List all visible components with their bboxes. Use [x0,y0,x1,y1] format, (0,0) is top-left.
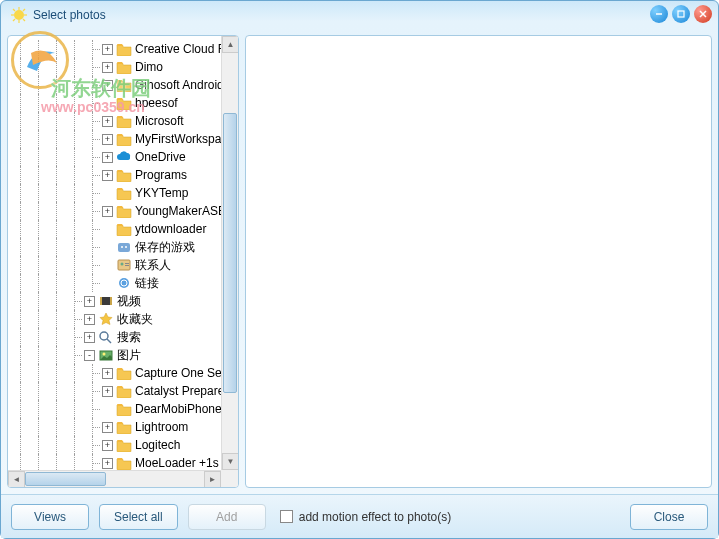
tree-item[interactable]: +Lightroom [12,418,238,436]
folder-icon [116,168,132,182]
tree-item[interactable]: +Dimo [12,58,238,76]
tree-item[interactable]: +OneDrive [12,148,238,166]
tree-item[interactable]: -图片 [12,346,238,364]
tree-item[interactable]: +Capture One Se [12,364,238,382]
pictures-icon [98,348,114,362]
folder-icon [116,78,132,92]
tree-item-label: Capture One Se [135,364,222,382]
onedrive-icon [116,150,132,164]
expand-icon[interactable]: + [102,206,113,217]
app-icon [11,7,27,23]
scroll-up-button[interactable]: ▲ [222,36,238,53]
tree-scroll-area[interactable]: +Creative Cloud Files+Dimo+Gihosoft Andr… [8,36,238,487]
scroll-left-button[interactable]: ◄ [8,471,25,488]
tree-item-label: Lightroom [135,418,188,436]
svg-rect-10 [678,11,684,17]
tree-item[interactable]: +Creative Cloud Files [12,40,238,58]
video-icon [98,294,114,308]
horizontal-scrollbar[interactable]: ◄ ► [8,470,221,487]
expand-icon[interactable]: + [102,458,113,469]
tree-item[interactable]: +Microsoft [12,112,238,130]
tree-item[interactable]: +Programs [12,166,238,184]
add-button[interactable]: Add [188,504,266,530]
scroll-corner [221,470,238,487]
no-expand [102,98,113,109]
favorites-icon [98,312,114,326]
folder-icon [116,456,132,470]
expand-icon[interactable]: + [102,386,113,397]
vertical-scroll-thumb[interactable] [223,113,237,393]
no-expand [102,188,113,199]
expand-icon[interactable]: + [102,170,113,181]
folder-icon [116,222,132,236]
select-photos-window: Select photos +Creative Cloud Files+Dimo… [0,0,719,539]
motion-effect-checkbox-wrap[interactable]: add motion effect to photo(s) [280,510,452,524]
no-expand [102,404,113,415]
horizontal-scroll-thumb[interactable] [25,472,106,486]
svg-line-8 [23,9,25,11]
expand-icon[interactable]: + [102,422,113,433]
tree-item-label: DearMobiPhone [135,400,222,418]
expand-icon[interactable]: + [84,296,95,307]
expand-icon[interactable]: + [102,152,113,163]
svg-line-5 [13,9,15,11]
maximize-button[interactable] [672,5,690,23]
tree-item[interactable]: +YoungMakerASBloc [12,202,238,220]
expand-icon[interactable]: + [102,62,113,73]
folder-icon [116,42,132,56]
tree-item[interactable]: YKYTemp [12,184,238,202]
tree-item[interactable]: +Catalyst Prepare [12,382,238,400]
tree-item[interactable]: hpeesof [12,94,238,112]
expand-icon[interactable]: + [102,44,113,55]
tree-item-label: 链接 [135,274,159,292]
expand-icon[interactable]: + [102,80,113,91]
tree-item-label: YKYTemp [135,184,188,202]
tree-item[interactable]: +视频 [12,292,238,310]
tree-item[interactable]: +Logitech [12,436,238,454]
motion-effect-label: add motion effect to photo(s) [299,510,452,524]
tree-item[interactable]: DearMobiPhone [12,400,238,418]
folder-icon [116,366,132,380]
expand-icon[interactable]: + [102,134,113,145]
minimize-button[interactable] [650,5,668,23]
folder-icon [116,420,132,434]
tree-item[interactable]: +搜索 [12,328,238,346]
scroll-down-button[interactable]: ▼ [222,453,238,470]
tree-item[interactable]: 联系人 [12,256,238,274]
close-button[interactable] [694,5,712,23]
tree-item[interactable]: +Gihosoft Android Photo [12,76,238,94]
expand-icon[interactable]: + [102,440,113,451]
expand-icon[interactable]: + [84,332,95,343]
scroll-right-button[interactable]: ► [204,471,221,488]
folder-icon [116,402,132,416]
tree-item[interactable]: ytdownloader [12,220,238,238]
expand-icon[interactable]: + [102,116,113,127]
tree-item[interactable]: +MyFirstWorkspace_ [12,130,238,148]
close-dialog-button[interactable]: Close [630,504,708,530]
folder-icon [116,96,132,110]
expand-icon[interactable]: + [102,368,113,379]
expand-icon[interactable]: + [84,314,95,325]
window-controls [650,5,712,23]
bottom-toolbar: Views Select all Add add motion effect t… [1,494,718,538]
tree-item[interactable]: +收藏夹 [12,310,238,328]
select-all-button[interactable]: Select all [99,504,178,530]
tree-item[interactable]: 链接 [12,274,238,292]
tree-item-label: 保存的游戏 [135,238,195,256]
tree-item-label: Microsoft [135,112,184,130]
tree-item-label: Catalyst Prepare [135,382,224,400]
folder-tree: +Creative Cloud Files+Dimo+Gihosoft Andr… [8,36,238,487]
window-title: Select photos [33,8,106,22]
tree-item-label: 视频 [117,292,141,310]
tree-item[interactable]: 保存的游戏 [12,238,238,256]
folder-tree-panel: +Creative Cloud Files+Dimo+Gihosoft Andr… [7,35,239,488]
titlebar: Select photos [1,1,718,29]
collapse-icon[interactable]: - [84,350,95,361]
tree-item-label: 联系人 [135,256,171,274]
folder-icon [116,60,132,74]
content-area: +Creative Cloud Files+Dimo+Gihosoft Andr… [1,29,718,494]
tree-item-label: 收藏夹 [117,310,153,328]
views-button[interactable]: Views [11,504,89,530]
vertical-scrollbar[interactable]: ▲ ▼ [221,36,238,470]
motion-effect-checkbox[interactable] [280,510,293,523]
